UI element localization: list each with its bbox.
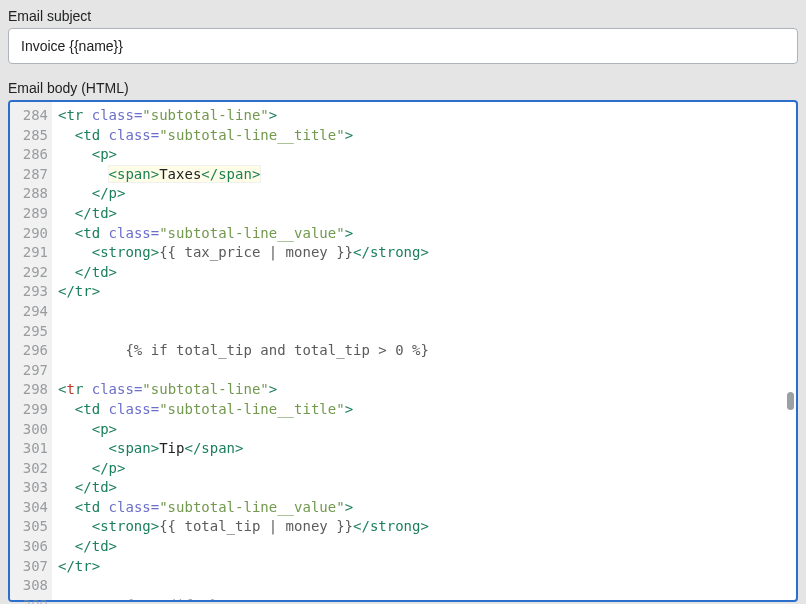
line-number: 305 — [10, 517, 48, 537]
code-line[interactable]: <td class="subtotal-line__title"> — [58, 400, 790, 420]
line-number: 286 — [10, 145, 48, 165]
editor-code-area[interactable]: <tr class="subtotal-line"> <td class="su… — [52, 102, 796, 600]
line-number: 309 — [10, 596, 48, 604]
email-subject-label: Email subject — [8, 8, 798, 24]
email-body-label: Email body (HTML) — [8, 80, 798, 96]
line-number: 291 — [10, 243, 48, 263]
email-subject-input[interactable] — [8, 28, 798, 64]
code-line[interactable]: <td class="subtotal-line__title"> — [58, 126, 790, 146]
code-line[interactable]: <span>Tip</span> — [58, 439, 790, 459]
line-number: 303 — [10, 478, 48, 498]
line-number: 302 — [10, 459, 48, 479]
search-highlight: <span>Taxes</span> — [109, 166, 261, 182]
line-number: 297 — [10, 361, 48, 381]
code-line[interactable]: {% endif %} — [58, 596, 790, 600]
code-line[interactable]: <span>Taxes</span> — [58, 165, 790, 185]
code-line[interactable]: </p> — [58, 184, 790, 204]
line-number: 300 — [10, 420, 48, 440]
line-number: 292 — [10, 263, 48, 283]
code-line[interactable]: <tr class="subtotal-line"> — [58, 380, 790, 400]
code-line[interactable]: </td> — [58, 204, 790, 224]
code-line[interactable]: </td> — [58, 537, 790, 557]
line-number: 306 — [10, 537, 48, 557]
code-line[interactable]: <p> — [58, 420, 790, 440]
code-line[interactable]: </tr> — [58, 282, 790, 302]
code-line[interactable] — [58, 361, 790, 381]
code-line[interactable]: <td class="subtotal-line__value"> — [58, 224, 790, 244]
code-line[interactable] — [58, 322, 790, 342]
code-line[interactable] — [58, 302, 790, 322]
line-number: 289 — [10, 204, 48, 224]
email-body-editor[interactable]: 2842852862872882892902912922932942952962… — [8, 100, 798, 602]
line-number: 285 — [10, 126, 48, 146]
line-number: 290 — [10, 224, 48, 244]
code-line[interactable]: </td> — [58, 263, 790, 283]
line-number: 307 — [10, 557, 48, 577]
line-number: 304 — [10, 498, 48, 518]
line-number: 295 — [10, 322, 48, 342]
code-line[interactable]: <tr class="subtotal-line"> — [58, 106, 790, 126]
line-number: 293 — [10, 282, 48, 302]
code-line[interactable]: <td class="subtotal-line__value"> — [58, 498, 790, 518]
code-line[interactable]: </p> — [58, 459, 790, 479]
code-line[interactable]: </tr> — [58, 557, 790, 577]
editor-scrollbar-thumb[interactable] — [787, 392, 794, 410]
line-number: 284 — [10, 106, 48, 126]
line-number: 296 — [10, 341, 48, 361]
code-line[interactable]: <strong>{{ total_tip | money }}</strong> — [58, 517, 790, 537]
code-line[interactable]: <p> — [58, 145, 790, 165]
code-line[interactable] — [58, 576, 790, 596]
line-number: 299 — [10, 400, 48, 420]
line-number: 298 — [10, 380, 48, 400]
code-line[interactable]: </td> — [58, 478, 790, 498]
code-line[interactable]: {% if total_tip and total_tip > 0 %} — [58, 341, 790, 361]
line-number: 288 — [10, 184, 48, 204]
line-number: 301 — [10, 439, 48, 459]
line-number: 287 — [10, 165, 48, 185]
line-number: 294 — [10, 302, 48, 322]
line-number: 308 — [10, 576, 48, 596]
editor-gutter: 2842852862872882892902912922932942952962… — [10, 102, 52, 600]
code-line[interactable]: <strong>{{ tax_price | money }}</strong> — [58, 243, 790, 263]
